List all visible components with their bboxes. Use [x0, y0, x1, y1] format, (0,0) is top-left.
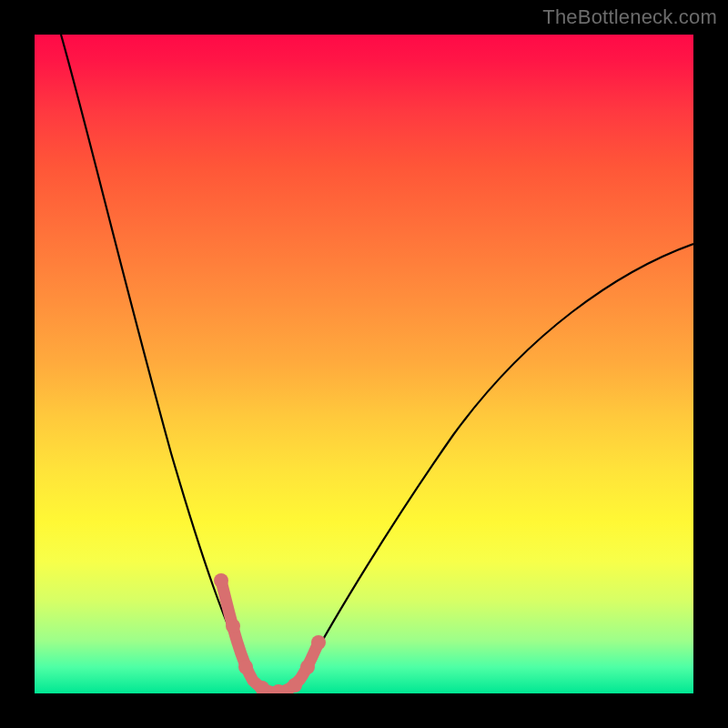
- curve-svg: [35, 35, 693, 693]
- plot-area: [35, 35, 693, 693]
- main-curve: [61, 35, 693, 692]
- highlight-dot: [226, 619, 240, 633]
- highlight-dot: [238, 660, 253, 674]
- watermark-text: TheBottleneck.com: [542, 5, 717, 29]
- highlight-dot: [214, 573, 228, 588]
- highlight-segment: [221, 581, 318, 693]
- highlight-dot: [311, 635, 326, 650]
- outer-frame: TheBottleneck.com: [0, 0, 728, 728]
- highlight-dot: [288, 678, 302, 693]
- highlight-dot: [300, 660, 315, 674]
